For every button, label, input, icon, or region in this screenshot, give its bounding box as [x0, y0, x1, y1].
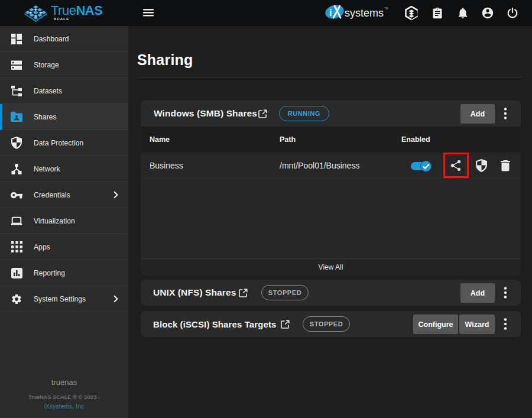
svg-text:TM: TM: [384, 7, 388, 10]
svg-text:i: i: [329, 8, 332, 18]
svg-text:systems: systems: [345, 7, 384, 19]
